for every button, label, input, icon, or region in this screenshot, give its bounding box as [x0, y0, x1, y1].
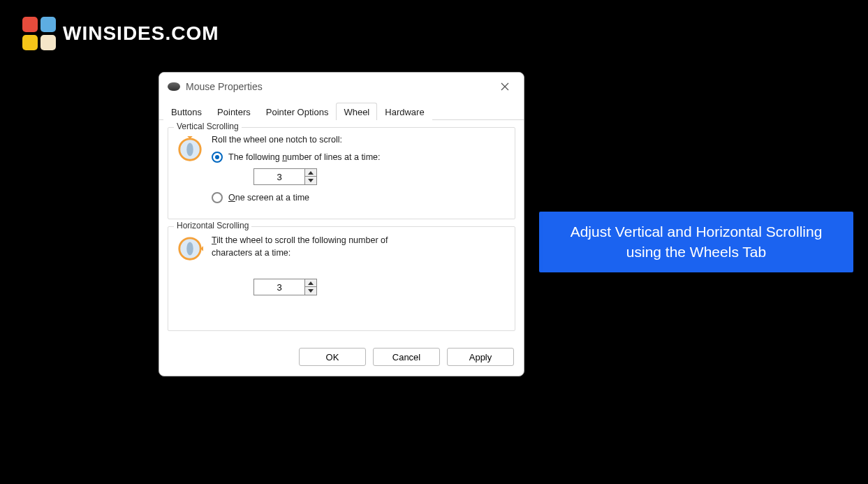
radio-screen-row[interactable]: One screen at a time	[212, 192, 506, 203]
chars-spin-down[interactable]	[305, 287, 316, 295]
horizontal-group-title: Horizontal Scrolling	[174, 221, 251, 230]
radio-lines[interactable]	[212, 152, 223, 163]
chevron-up-icon	[308, 171, 314, 175]
titlebar: Mouse Properties	[159, 73, 524, 99]
vertical-prompt: Roll the wheel one notch to scroll:	[212, 135, 506, 145]
vertical-scrolling-group: Vertical Scrolling Roll the wheel one no…	[168, 127, 515, 219]
tab-buttons[interactable]: Buttons	[163, 103, 209, 120]
site-logo: WINSIDES.COM	[22, 17, 219, 50]
chars-spinner[interactable]	[253, 279, 317, 295]
horizontal-prompt: Tilt the wheel to scroll the following n…	[212, 234, 407, 259]
logo-text: WINSIDES.COM	[63, 22, 219, 45]
callout-line2: using the Wheels Tab	[550, 242, 842, 262]
radio-lines-row[interactable]: The following number of lines at a time:	[212, 152, 506, 163]
dialog-body: Vertical Scrolling Roll the wheel one no…	[159, 120, 524, 341]
tab-pointers[interactable]: Pointers	[209, 103, 258, 120]
chars-input[interactable]	[254, 279, 304, 295]
lines-spin-down[interactable]	[305, 177, 316, 184]
radio-screen-label: One screen at a time	[228, 193, 309, 203]
horizontal-scrolling-group: Horizontal Scrolling Tilt the wheel to s…	[168, 226, 515, 331]
lines-input[interactable]	[254, 169, 304, 184]
tabstrip: Buttons Pointers Pointer Options Wheel H…	[159, 102, 524, 120]
mouse-icon	[168, 82, 180, 91]
chevron-down-icon	[308, 179, 314, 182]
tab-hardware[interactable]: Hardware	[377, 103, 432, 120]
radio-lines-label: The following number of lines at a time:	[228, 152, 380, 162]
lines-spinner[interactable]	[253, 168, 317, 185]
cancel-button[interactable]: Cancel	[373, 348, 440, 366]
vertical-group-title: Vertical Scrolling	[174, 122, 242, 131]
apply-button[interactable]: Apply	[447, 348, 514, 366]
close-button[interactable]	[494, 78, 515, 95]
mouse-properties-dialog: Mouse Properties Buttons Pointers Pointe…	[159, 72, 524, 376]
callout-line1: Adjust Vertical and Horizontal Scrolling	[550, 221, 842, 242]
chevron-up-icon	[308, 281, 314, 285]
lines-spin-up[interactable]	[305, 169, 316, 177]
close-icon	[501, 82, 509, 91]
radio-screen[interactable]	[212, 192, 223, 203]
tab-wheel[interactable]: Wheel	[336, 103, 377, 120]
tab-pointer-options[interactable]: Pointer Options	[258, 103, 337, 120]
logo-icon	[22, 17, 56, 50]
svg-point-3	[186, 143, 193, 156]
chevron-down-icon	[308, 289, 314, 293]
dialog-button-row: OK Cancel Apply	[159, 341, 524, 376]
annotation-callout: Adjust Vertical and Horizontal Scrolling…	[539, 212, 853, 272]
wheel-vertical-icon	[177, 136, 203, 163]
wheel-horizontal-icon	[177, 235, 203, 262]
dialog-title: Mouse Properties	[186, 81, 494, 92]
ok-button[interactable]: OK	[299, 348, 366, 366]
chars-spin-up[interactable]	[305, 279, 316, 287]
svg-point-5	[186, 242, 193, 256]
